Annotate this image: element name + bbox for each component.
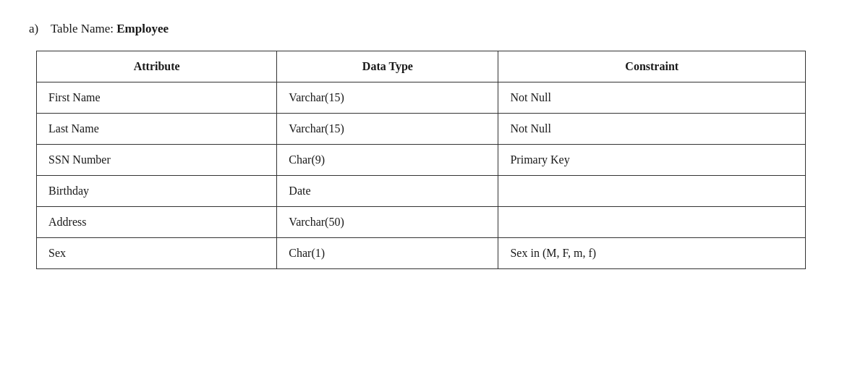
col-header-constraint: Constraint	[498, 51, 806, 82]
cell-constraint: Not Null	[498, 82, 806, 114]
table-row: BirthdayDate	[37, 176, 806, 207]
table-row: SexChar(1)Sex in (M, F, m, f)	[37, 238, 806, 269]
cell-data-type: Varchar(15)	[277, 114, 498, 145]
table-row: AddressVarchar(50)	[37, 207, 806, 238]
cell-attribute: Birthday	[37, 176, 277, 207]
table-container: Attribute Data Type Constraint First Nam…	[29, 51, 839, 269]
cell-attribute: First Name	[37, 82, 277, 114]
cell-data-type: Char(1)	[277, 238, 498, 269]
cell-constraint: Primary Key	[498, 145, 806, 176]
cell-attribute: Sex	[37, 238, 277, 269]
col-header-attribute: Attribute	[37, 51, 277, 82]
table-row: First NameVarchar(15)Not Null	[37, 82, 806, 114]
header-table-name: Employee	[116, 22, 169, 35]
cell-constraint: Sex in (M, F, m, f)	[498, 238, 806, 269]
table-header-row: Attribute Data Type Constraint	[37, 51, 806, 82]
col-header-data-type: Data Type	[277, 51, 498, 82]
header-label: Table Name:	[51, 22, 114, 35]
employee-table: Attribute Data Type Constraint First Nam…	[36, 51, 806, 269]
cell-constraint	[498, 207, 806, 238]
cell-attribute: Address	[37, 207, 277, 238]
table-row: Last NameVarchar(15)Not Null	[37, 114, 806, 145]
cell-data-type: Varchar(15)	[277, 82, 498, 114]
cell-attribute: SSN Number	[37, 145, 277, 176]
cell-attribute: Last Name	[37, 114, 277, 145]
cell-data-type: Date	[277, 176, 498, 207]
cell-data-type: Varchar(50)	[277, 207, 498, 238]
header-prefix: a)	[29, 22, 38, 35]
table-row: SSN NumberChar(9)Primary Key	[37, 145, 806, 176]
cell-constraint	[498, 176, 806, 207]
cell-data-type: Char(9)	[277, 145, 498, 176]
page-header: a) Table Name: Employee	[29, 22, 839, 36]
cell-constraint: Not Null	[498, 114, 806, 145]
